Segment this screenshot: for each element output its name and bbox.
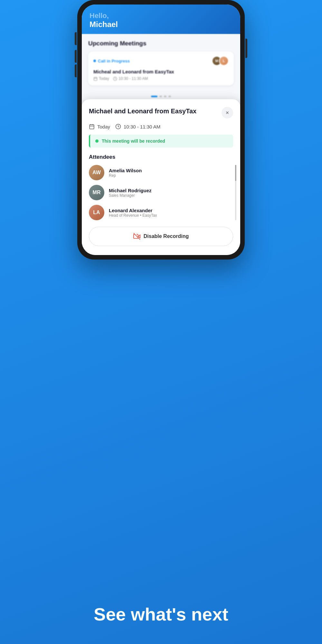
modal-clock-icon <box>115 124 121 129</box>
attendee-info-michael: Michael Rodriguez Sales Manager <box>109 188 152 198</box>
disable-recording-label: Disable Recording <box>144 233 189 239</box>
svg-rect-0 <box>94 77 97 80</box>
phone-shell: Hello, Michael Upcoming Meetings Call in… <box>77 0 245 260</box>
calendar-icon <box>93 77 98 81</box>
clock-icon <box>113 77 117 81</box>
header-username: Michael <box>90 20 232 29</box>
modal-date: Today <box>89 124 110 129</box>
pagination-dots <box>82 91 240 100</box>
svg-rect-7 <box>90 125 94 129</box>
meeting-time-label: 10:30 - 11:30 AM <box>118 76 148 81</box>
call-in-progress-row: Call in Progress M L <box>93 56 229 66</box>
recording-notice-text: This meeting will be recorded <box>102 138 165 144</box>
attendees-section: Attendees AW Amelia Wilson Rep MR Michae… <box>89 154 233 220</box>
avatar-michael: MR <box>89 185 104 200</box>
camera-off-icon <box>133 233 140 240</box>
upcoming-title: Upcoming Meetings <box>88 40 234 47</box>
attendees-list: AW Amelia Wilson Rep MR Michael Rodrigue… <box>89 165 233 220</box>
attendee-item-amelia: AW Amelia Wilson Rep <box>89 165 233 180</box>
dot-1 <box>159 96 162 97</box>
upcoming-section: Upcoming Meetings Call in Progress M L M… <box>82 34 240 91</box>
header-greeting: Hello, <box>90 12 232 20</box>
attendee-info-leonard: Leonard Alexander Head of Revenue • Easy… <box>109 208 157 218</box>
recording-banner: This meeting will be recorded <box>89 135 233 147</box>
avatar-amelia: AW <box>89 165 104 180</box>
attendee-role-leonard: Head of Revenue • EasyTax <box>109 213 157 218</box>
call-badge-label: Call in Progress <box>98 59 130 63</box>
attendee-item-leonard: LA Leonard Alexander Head of Revenue • E… <box>89 205 233 220</box>
modal-time-row: Today 10:30 - 11:30 AM <box>89 124 233 129</box>
recording-dot-icon <box>95 139 99 143</box>
meeting-date: Today <box>93 76 109 81</box>
call-badge: Call in Progress <box>93 59 130 63</box>
modal-header: Michael and Leonard from EasyTax <box>89 107 233 118</box>
avatar-2: L <box>219 56 229 66</box>
app-header: Hello, Michael <box>82 5 240 34</box>
modal-calendar-icon <box>89 124 95 129</box>
meeting-modal: Michael and Leonard from EasyTax Today 1… <box>82 99 240 255</box>
avatar-leonard: LA <box>89 205 104 220</box>
dot-active <box>151 96 157 97</box>
attendee-role-amelia: Rep <box>109 173 142 178</box>
modal-title: Michael and Leonard from EasyTax <box>89 107 222 115</box>
modal-date-label: Today <box>97 124 110 129</box>
meeting-time: 10:30 - 11:30 AM <box>113 76 148 81</box>
attendee-name-michael: Michael Rodriguez <box>109 188 152 193</box>
dot-3 <box>168 96 171 97</box>
call-dot-icon <box>93 60 96 62</box>
attendee-role-michael: Sales Manager <box>109 193 152 198</box>
phone-screen: Hello, Michael Upcoming Meetings Call in… <box>82 5 240 255</box>
attendee-name-leonard: Leonard Alexander <box>109 208 157 213</box>
meeting-card-title: Micheal and Leonard from EasyTax <box>93 69 229 74</box>
scrollbar-thumb <box>235 165 236 181</box>
meeting-card: Call in Progress M L Micheal and Leonard… <box>88 52 234 85</box>
meeting-date-label: Today <box>99 76 109 81</box>
close-icon <box>225 110 230 115</box>
modal-time: 10:30 - 11:30 AM <box>115 124 160 129</box>
disable-recording-button[interactable]: Disable Recording <box>89 227 233 246</box>
modal-time-label: 10:30 - 11:30 AM <box>124 124 160 129</box>
tagline: See what's next <box>0 588 322 644</box>
attendee-info-amelia: Amelia Wilson Rep <box>109 168 142 178</box>
modal-close-button[interactable] <box>222 107 233 118</box>
dot-2 <box>164 96 166 97</box>
attendee-avatars: M L <box>212 56 229 66</box>
attendee-item-michael: MR Michael Rodriguez Sales Manager <box>89 185 233 200</box>
attendee-name-amelia: Amelia Wilson <box>109 168 142 173</box>
attendees-title: Attendees <box>89 154 233 160</box>
meeting-card-time: Today 10:30 - 11:30 AM <box>93 76 229 81</box>
attendees-scrollbar <box>235 165 236 220</box>
